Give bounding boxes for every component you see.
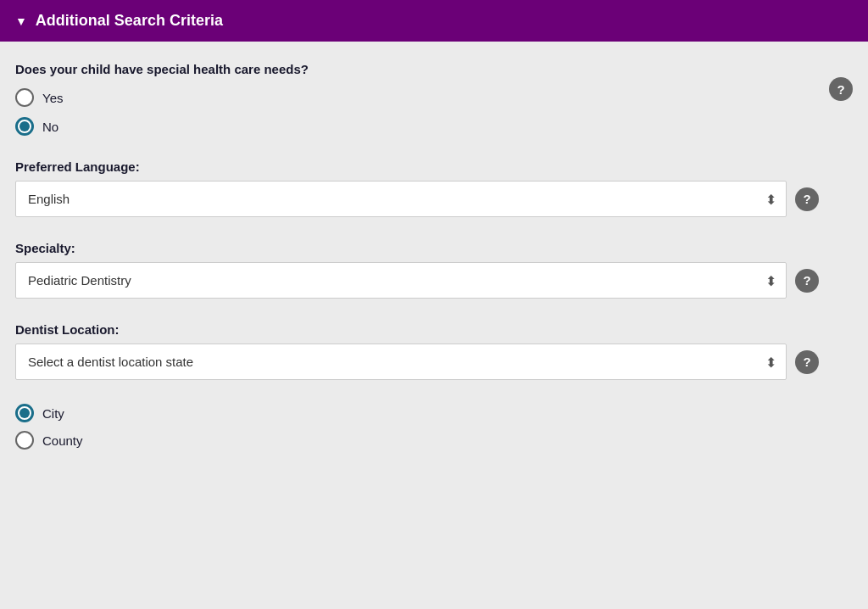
radio-county[interactable]	[15, 431, 34, 450]
preferred-language-select[interactable]: English Spanish French Chinese Other	[15, 181, 787, 217]
dentist-location-select-wrapper: Select a dentist location state Alabama …	[15, 344, 787, 380]
city-county-group: City County	[15, 404, 853, 450]
preferred-language-label: Preferred Language:	[15, 159, 853, 174]
specialty-select[interactable]: Pediatric Dentistry General Dentistry Or…	[15, 262, 787, 299]
section-header: ▼ Additional Search Criteria	[0, 0, 868, 42]
radio-county-label[interactable]: County	[42, 433, 83, 448]
dentist-location-label: Dentist Location:	[15, 322, 853, 337]
page-wrapper: ▼ Additional Search Criteria Does your c…	[0, 0, 868, 609]
dentist-location-field-row: Select a dentist location state Alabama …	[15, 344, 853, 380]
radio-city-label[interactable]: City	[42, 406, 64, 421]
radio-no[interactable]	[15, 117, 34, 136]
special-needs-question: Does your child have special health care…	[15, 62, 819, 76]
dentist-location-select[interactable]: Select a dentist location state Alabama …	[15, 344, 787, 380]
specialty-group: Specialty: Pediatric Dentistry General D…	[15, 241, 853, 299]
radio-city[interactable]	[15, 404, 34, 422]
specialty-field-row: Pediatric Dentistry General Dentistry Or…	[15, 262, 853, 299]
special-needs-group: Does your child have special health care…	[15, 62, 853, 136]
radio-yes[interactable]	[15, 88, 34, 107]
dentist-location-help-icon[interactable]: ?	[795, 350, 819, 374]
preferred-language-field-row: English Spanish French Chinese Other ⬍ ?	[15, 181, 853, 217]
section-title: Additional Search Criteria	[36, 12, 223, 30]
collapse-icon[interactable]: ▼	[15, 14, 27, 28]
specialty-help-icon[interactable]: ?	[795, 269, 819, 293]
radio-yes-label[interactable]: Yes	[42, 91, 63, 105]
radio-no-label[interactable]: No	[42, 120, 58, 134]
radio-option-no[interactable]: No	[15, 117, 819, 136]
preferred-language-group: Preferred Language: English Spanish Fren…	[15, 159, 853, 217]
preferred-language-help-icon[interactable]: ?	[795, 187, 819, 211]
special-needs-help-icon[interactable]: ?	[829, 77, 853, 101]
radio-option-city[interactable]: City	[15, 404, 853, 422]
specialty-label: Specialty:	[15, 241, 853, 255]
specialty-select-wrapper: Pediatric Dentistry General Dentistry Or…	[15, 262, 787, 299]
dentist-location-group: Dentist Location: Select a dentist locat…	[15, 322, 853, 380]
section-body: Does your child have special health care…	[0, 42, 868, 478]
radio-option-yes[interactable]: Yes	[15, 88, 819, 107]
radio-option-county[interactable]: County	[15, 431, 853, 450]
preferred-language-select-wrapper: English Spanish French Chinese Other ⬍	[15, 181, 787, 217]
